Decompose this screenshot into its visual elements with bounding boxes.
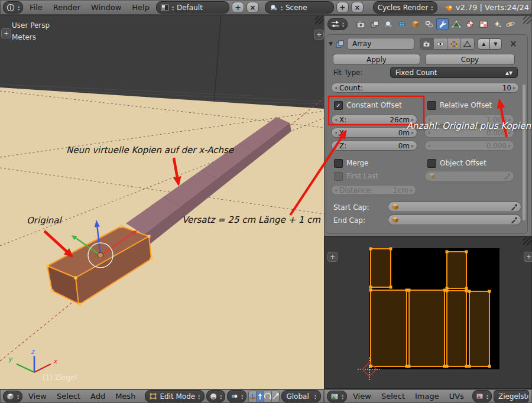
viewport-shading-selector[interactable]: ▴▾ [206, 390, 225, 402]
menu-window[interactable]: Window [87, 3, 125, 12]
tab-render-layers[interactable] [368, 18, 381, 30]
delete-layout-button[interactable]: × [246, 2, 259, 13]
manipulator-rotate-toggle[interactable] [264, 391, 272, 402]
mode-selector[interactable]: Edit Mode ▴▾ [145, 390, 205, 402]
modifier-editmode-toggle[interactable] [447, 38, 461, 49]
tab-particles[interactable] [491, 18, 503, 30]
editor-type-selector-info[interactable]: ▴▾ [3, 1, 23, 14]
menu-help[interactable]: Help [128, 3, 154, 12]
toolshelf-expand-button[interactable]: + [1, 28, 11, 38]
eye-icon [436, 41, 445, 47]
tab-scene[interactable] [382, 18, 394, 30]
fit-type-dropdown[interactable]: Fixed Count ▴▾ [390, 67, 518, 78]
properties-scrollbar[interactable] [523, 84, 525, 220]
modifier-render-toggle[interactable] [420, 38, 434, 49]
menu-uv-select[interactable]: Select [377, 392, 409, 401]
image-datablock-icon-button[interactable]: ▴▾ [472, 390, 492, 402]
delete-scene-button[interactable]: × [351, 2, 364, 13]
eyedropper-icon[interactable] [511, 203, 518, 210]
constant-offset-label: Constant Offset [346, 101, 402, 109]
increment-icon[interactable]: ▸ [513, 85, 515, 90]
blender-window: ▴▾ File Render Window Help ▴▾ Default + … [0, 0, 532, 403]
copy-button[interactable]: Copy [425, 54, 515, 65]
particles-icon [493, 21, 501, 28]
menu-add[interactable]: Add [86, 392, 109, 401]
tab-modifiers[interactable] [436, 18, 449, 30]
tab-render[interactable] [355, 18, 367, 30]
area-resize-grip[interactable] [315, 16, 323, 24]
modifier-cage-toggle[interactable] [461, 38, 474, 49]
menu-view[interactable]: View [24, 392, 51, 401]
uv-properties-expand-button[interactable]: + [524, 252, 532, 262]
modifier-move-up-button[interactable]: ▲ [478, 38, 490, 50]
version-stats: v2.79 | Verts:24/24 [456, 3, 529, 12]
z-value: 0m [346, 142, 411, 150]
modifier-move-down-button[interactable]: ▼ [489, 38, 502, 50]
editor-type-selector-3dview[interactable]: ▴▾ [3, 391, 22, 402]
tab-world[interactable] [395, 18, 408, 30]
tab-object[interactable] [409, 18, 421, 30]
object-cube-icon [411, 21, 420, 28]
wrench-icon [438, 20, 447, 28]
modifier-viewport-toggle[interactable] [434, 38, 447, 49]
editor-type-selector-properties[interactable]: ▴▾ [327, 18, 348, 30]
eyedropper-icon[interactable] [511, 216, 518, 223]
transform-orientation-selector[interactable]: Global ▴▾ [281, 390, 321, 402]
area-resize-grip[interactable] [523, 16, 531, 24]
properties-region-expand-button[interactable]: + [314, 30, 324, 40]
chevron-updown-icon: ▴▾ [241, 394, 243, 399]
add-layout-button[interactable]: + [232, 2, 244, 13]
menu-file[interactable]: File [25, 3, 47, 12]
chevron-updown-icon: ▴▾ [314, 394, 316, 399]
scale-arrow-icon [272, 393, 279, 400]
uv-toolshelf-expand-button[interactable]: + [327, 252, 338, 262]
manipulator-scale-toggle[interactable] [272, 391, 279, 402]
relative-offset-label: Relative Offset [440, 101, 492, 109]
tab-texture[interactable] [477, 18, 489, 30]
manipulator-translate-toggle[interactable] [257, 391, 264, 402]
increment-icon[interactable]: ▸ [411, 143, 414, 148]
area-resize-grip[interactable] [523, 237, 531, 245]
menu-uv-uvs[interactable]: UVs [445, 392, 468, 401]
pivot-point-selector[interactable]: ▴▾ [227, 390, 246, 402]
scene-selector[interactable]: ▴▾ Scene [265, 1, 334, 14]
tab-object-data[interactable] [450, 18, 462, 30]
tab-material[interactable] [463, 18, 476, 30]
viewport-3d[interactable]: z x y User Persp Meters (1) Ziegel Neun … [0, 15, 324, 389]
count-slider[interactable]: ◂ Count: 10 ▸ [331, 83, 519, 93]
editor-type-selector-uv[interactable]: ▴▾ [327, 391, 347, 402]
image-name-field[interactable]: Ziegelstein_halb [494, 390, 529, 402]
world-icon [398, 21, 406, 28]
end-cap-label: End Cap: [333, 216, 365, 225]
add-scene-button[interactable]: + [336, 2, 349, 13]
merge-checkbox[interactable] [334, 159, 343, 168]
apply-button[interactable]: Apply [333, 54, 420, 65]
object-offset-checkbox[interactable] [427, 159, 436, 168]
menu-uv-view[interactable]: View [349, 392, 375, 401]
modifier-name-field[interactable]: Array [347, 38, 414, 50]
constant-offset-checkbox[interactable]: ✓ [334, 101, 343, 110]
camera-icon [423, 41, 430, 47]
menu-select[interactable]: Select [53, 392, 85, 401]
end-cap-field[interactable] [388, 214, 521, 225]
constant-offset-x-slider[interactable]: ◂ X: 26cm ▸ [331, 115, 417, 125]
render-engine-selector[interactable]: Cycles Render ▴▾ [373, 1, 438, 14]
menu-render[interactable]: Render [49, 3, 85, 12]
constant-offset-z-slider[interactable]: ◂ Z: 0m ▸ [331, 141, 417, 151]
relative-offset-checkbox[interactable] [427, 101, 436, 110]
tab-physics[interactable] [504, 18, 517, 30]
screen-layout-selector[interactable]: ▴▾ Default [156, 1, 229, 14]
scene-tab-icon [384, 21, 392, 28]
uv-image-editor[interactable]: + + [324, 236, 532, 389]
menu-mesh[interactable]: Mesh [111, 392, 140, 401]
panel-expand-icon[interactable]: ▼ [329, 41, 333, 47]
image-icon [476, 393, 484, 399]
top-header: ▴▾ File Render Window Help ▴▾ Default + … [0, 0, 532, 15]
constant-offset-y-slider[interactable]: ◂ Y: 0m ▸ [331, 128, 417, 138]
menu-uv-image[interactable]: Image [411, 392, 443, 401]
manipulator-axis-toggle[interactable] [249, 391, 257, 402]
start-cap-label: Start Cap: [333, 203, 369, 212]
tab-constraints[interactable] [423, 18, 435, 30]
modifier-delete-button[interactable]: × [510, 40, 517, 48]
start-cap-field[interactable] [388, 202, 521, 212]
